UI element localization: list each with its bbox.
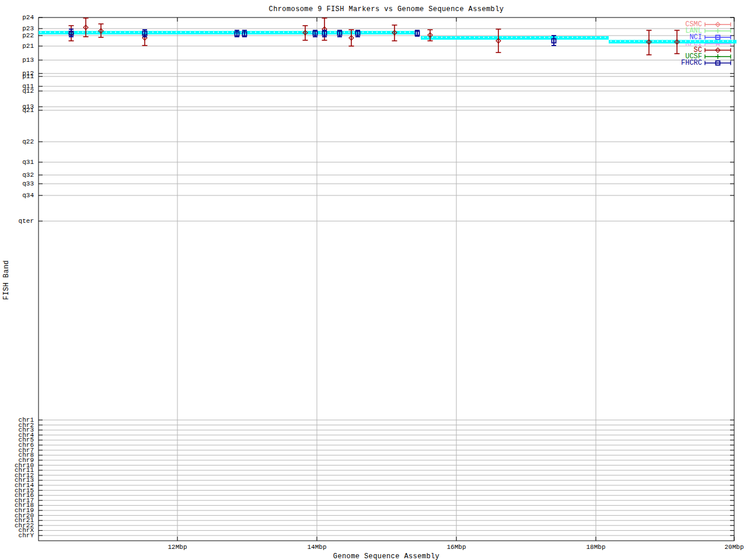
- y-tick-label: q22: [22, 138, 34, 145]
- marker-center-dot: [394, 32, 395, 33]
- marker-center-dot: [498, 40, 499, 41]
- marker-center-dot: [305, 32, 306, 33]
- legend-label: FHCRC: [681, 59, 702, 67]
- x-tick-label: 14Mbp: [307, 544, 326, 551]
- data-point-SC: [303, 26, 308, 40]
- y-tick-label: q34: [22, 192, 34, 199]
- marker-center-dot: [144, 37, 145, 38]
- data-point-FHCRC: [337, 30, 342, 37]
- y-tick-label: p13: [22, 57, 34, 64]
- marker-center-dot: [717, 37, 718, 38]
- marker-center-dot: [339, 33, 340, 34]
- plot-border: [39, 18, 734, 541]
- y-tick-label: q33: [22, 180, 34, 187]
- data-point-FHCRC: [242, 30, 247, 37]
- y-tick-label: p22: [22, 32, 34, 39]
- y-tick-label: q32: [22, 172, 34, 178]
- data-point-SC: [392, 25, 397, 41]
- y-tick-label: q31: [22, 159, 34, 166]
- marker-center-dot: [236, 33, 238, 34]
- y-tick-label: p23: [22, 25, 34, 32]
- x-tick-label: 12Mbp: [167, 544, 187, 551]
- marker-center-dot: [315, 33, 316, 34]
- marker-plus: [715, 29, 720, 33]
- marker-plus: [715, 54, 720, 59]
- marker-center-dot: [85, 27, 86, 28]
- marker-center-dot: [717, 50, 718, 51]
- marker-center-dot: [717, 62, 718, 64]
- marker-center-dot: [676, 41, 678, 43]
- marker-center-dot: [648, 41, 650, 43]
- y-tick-label: q12: [22, 88, 34, 94]
- y-tick-label: chrY: [19, 532, 34, 539]
- fish-marker-chart-page: Chromosome 9 FISH Markers vs Genome Sequ…: [0, 0, 747, 560]
- x-tick-label: 20Mbp: [724, 544, 743, 551]
- data-point-FHCRC: [235, 30, 239, 37]
- marker-center-dot: [553, 40, 554, 41]
- y-tick-label: p24: [22, 14, 34, 21]
- y-tick-label: p11: [22, 73, 34, 80]
- marker-center-dot: [717, 24, 718, 25]
- data-point-FHCRC: [415, 30, 420, 36]
- marker-center-dot: [357, 33, 358, 34]
- x-tick-label: 16Mbp: [446, 544, 466, 551]
- marker-center-dot: [430, 34, 431, 36]
- marker-center-dot: [144, 33, 145, 34]
- marker-center-dot: [417, 33, 418, 34]
- plot-canvas: p24p23p22p21p13p12p11q11q12q13q21q22q31q…: [0, 0, 747, 560]
- marker-center-dot: [324, 33, 325, 34]
- data-point-SC: [496, 29, 501, 52]
- marker-center-dot: [244, 33, 245, 34]
- data-point-FHCRC: [355, 30, 360, 37]
- marker-center-dot: [351, 37, 352, 38]
- data-point-FHCRC: [322, 30, 327, 37]
- data-point-FHCRC: [69, 29, 74, 37]
- y-tick-label: p21: [22, 43, 34, 50]
- data-point-FHCRC: [313, 30, 317, 37]
- y-tick-label: qter: [19, 218, 34, 225]
- marker-center-dot: [100, 30, 102, 32]
- marker-center-dot: [71, 33, 72, 34]
- marker-center-dot: [324, 29, 325, 30]
- x-tick-label: 18Mbp: [586, 544, 605, 551]
- data-point-SC: [647, 30, 652, 55]
- y-tick-label: q21: [22, 107, 34, 114]
- gridlines: [39, 18, 734, 541]
- data-point-FHCRC: [142, 30, 147, 37]
